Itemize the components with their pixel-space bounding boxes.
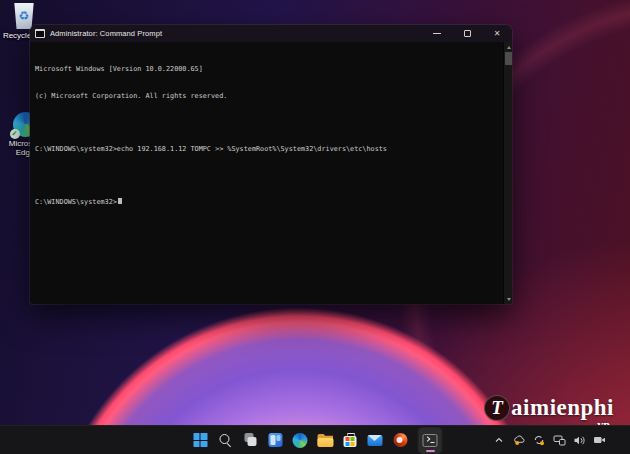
console-prompt-line: C:\WINDOWS\system32> [35, 198, 503, 207]
minimize-icon [433, 33, 441, 34]
hidden-icons-chevron[interactable] [492, 430, 506, 450]
start-icon [193, 433, 207, 447]
mail-button[interactable] [364, 428, 387, 453]
command-prompt-taskbar-button[interactable] [419, 428, 442, 453]
window-titlebar[interactable]: Administrator: Command Prompt ✕ [30, 25, 512, 42]
office-icon [393, 433, 407, 447]
sync-alert-icon [533, 434, 545, 446]
scroll-down-icon[interactable] [504, 295, 512, 303]
volume-tray-icon[interactable] [572, 430, 586, 450]
sync-tray-icon[interactable] [532, 430, 546, 450]
display-tray-icon[interactable] [552, 430, 566, 450]
cloud-alert-icon [513, 434, 526, 446]
command-prompt-icon [423, 434, 438, 447]
scrollbar-thumb[interactable] [505, 52, 512, 65]
maximize-icon [464, 30, 471, 37]
console-output[interactable]: Microsoft Windows [Version 10.0.22000.65… [30, 42, 503, 304]
taskbar [0, 425, 630, 454]
console-blank-line [35, 172, 503, 180]
onedrive-tray-icon[interactable] [512, 430, 526, 450]
active-app-indicator [426, 450, 435, 452]
search-icon [218, 433, 232, 447]
console-line: (c) Microsoft Corporation. All rights re… [35, 92, 503, 101]
console-line: C:\WINDOWS\system32>echo 192.168.1.12 TO… [35, 145, 503, 154]
widgets-button[interactable] [264, 428, 287, 453]
watermark-logo: T [484, 395, 510, 421]
microsoft-store-button[interactable] [339, 428, 362, 453]
office-button[interactable] [389, 428, 412, 453]
minimize-button[interactable] [422, 25, 452, 42]
edge-taskbar-button[interactable] [289, 428, 312, 453]
cmd-window-icon [35, 29, 45, 38]
display-icon [553, 435, 566, 446]
recycle-bin-icon: ♻ [13, 3, 35, 29]
search-button[interactable] [214, 428, 237, 453]
camera-icon [593, 435, 606, 445]
mail-icon [368, 435, 383, 446]
file-explorer-button[interactable] [314, 428, 337, 453]
microsoft-store-icon [344, 433, 357, 447]
console-line: Microsoft Windows [Version 10.0.22000.65… [35, 65, 503, 74]
edge-icon [293, 433, 308, 448]
maximize-button[interactable] [452, 25, 482, 42]
volume-icon [573, 435, 586, 446]
camera-tray-icon[interactable] [592, 430, 606, 450]
close-button[interactable]: ✕ [482, 25, 512, 42]
desktop: ♻ Recycle Bin ✓ Microsoft Edge T aimienp… [0, 0, 630, 454]
check-badge-icon: ✓ [10, 129, 20, 139]
command-prompt-window: Administrator: Command Prompt ✕ Microsof… [30, 25, 512, 304]
console-prompt: C:\WINDOWS\system32> [35, 198, 117, 206]
task-view-icon [243, 433, 257, 447]
file-explorer-icon [317, 434, 333, 447]
task-view-button[interactable] [239, 428, 262, 453]
window-title: Administrator: Command Prompt [50, 29, 162, 38]
text-cursor [118, 198, 122, 204]
console-blank-line [35, 119, 503, 127]
start-button[interactable] [189, 428, 212, 453]
chevron-up-icon [493, 434, 505, 446]
console-scrollbar[interactable] [503, 42, 512, 304]
widgets-icon [268, 433, 282, 447]
scroll-up-icon[interactable] [504, 43, 512, 51]
